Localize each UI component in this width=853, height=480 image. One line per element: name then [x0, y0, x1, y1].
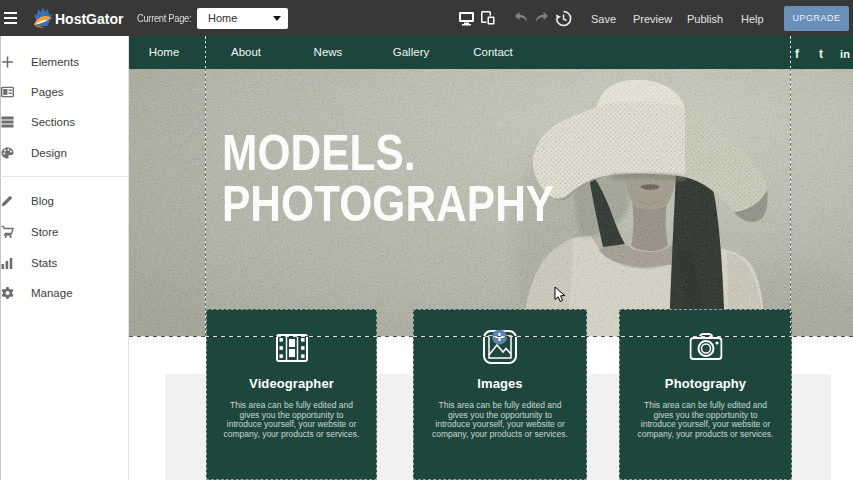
svg-text:f: f — [795, 47, 800, 61]
svg-text:t: t — [819, 47, 823, 61]
svg-text:in: in — [840, 48, 850, 60]
